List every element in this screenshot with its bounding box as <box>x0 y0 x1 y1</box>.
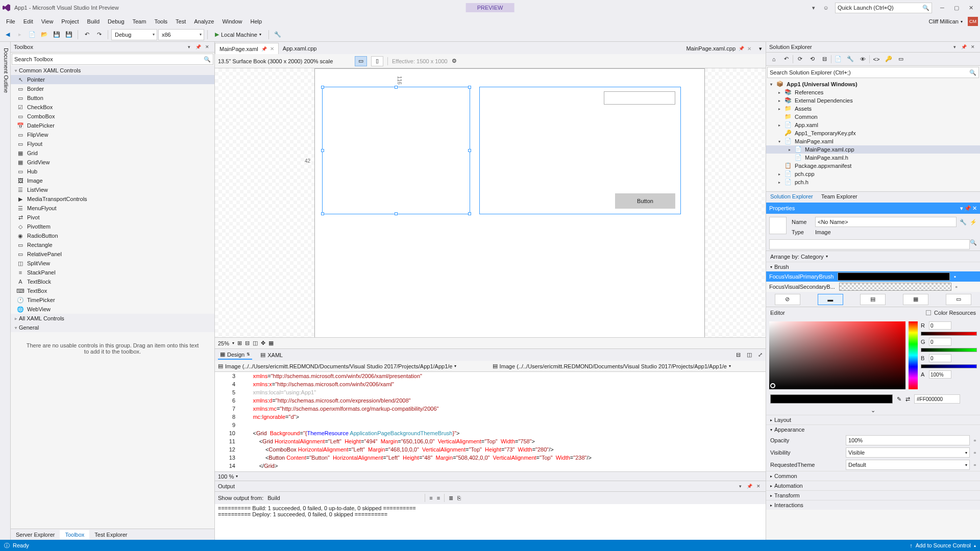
toolbox-item-relativepanel[interactable]: ▭RelativePanel <box>11 249 214 259</box>
settings-icon[interactable]: ⚙ <box>452 58 457 64</box>
toolbox-item-gridview[interactable]: ▦GridView <box>11 158 214 167</box>
output-toggle-icon[interactable]: ⎘ <box>457 495 461 501</box>
props-close-icon[interactable]: ✕ <box>972 205 977 212</box>
brush-tile-icon[interactable]: ▦ <box>903 294 928 305</box>
tree-project[interactable]: ▾📦App1 (Universal Windows) <box>766 80 980 88</box>
sln-sync-icon[interactable]: ⟳ <box>794 54 805 65</box>
g-input[interactable] <box>929 338 951 346</box>
toolbox-item-pointer[interactable]: ↖Pointer <box>11 75 214 84</box>
brush-expand-icon[interactable]: ⌄ <box>766 406 980 415</box>
name-input[interactable] <box>815 217 957 227</box>
toolbox-item-checkbox[interactable]: ☑CheckBox <box>11 103 214 112</box>
close-tab-icon[interactable]: ✕ <box>747 46 751 52</box>
tree-tempkey[interactable]: 🔑App1_TemporaryKey.pfx <box>766 129 980 137</box>
menu-tools[interactable]: Tools <box>150 17 172 26</box>
toolbox-group-all[interactable]: ▹All XAML Controls <box>11 314 214 323</box>
code-body[interactable]: xmlns="http://schemas.microsoft.com/winf… <box>240 372 766 471</box>
toolbox-group-common[interactable]: ▿Common XAML Controls <box>11 66 214 75</box>
tree-mainpage-xaml[interactable]: ▾📄MainPage.xaml <box>766 137 980 145</box>
toolbox-item-button[interactable]: ▭Button <box>11 93 214 103</box>
redo-button[interactable]: ↷ <box>93 29 105 40</box>
cat-interactions[interactable]: ▸Interactions <box>766 500 980 510</box>
toolbox-item-pivotitem[interactable]: ◇PivotItem <box>11 222 214 231</box>
landscape-button[interactable]: ▭ <box>355 56 367 66</box>
menu-edit[interactable]: Edit <box>19 17 37 26</box>
toolbox-item-pivot[interactable]: ⇄Pivot <box>11 213 214 222</box>
sln-collapse-icon[interactable]: ⊟ <box>819 54 830 65</box>
props-pin-icon[interactable]: 📌 <box>964 205 971 212</box>
r-bar[interactable] <box>921 332 977 336</box>
tree-app-xaml[interactable]: ▸📄App.xaml <box>766 121 980 129</box>
toolbox-item-webview[interactable]: 🌐WebView <box>11 305 214 314</box>
brush-none-icon[interactable]: ⊘ <box>775 294 800 305</box>
toolbox-item-hub[interactable]: ▭Hub <box>11 167 214 176</box>
toolbox-item-flyout[interactable]: ▭Flyout <box>11 139 214 148</box>
sln-showall-icon[interactable]: 📄 <box>832 54 844 65</box>
zoom-level[interactable]: 25% <box>218 340 229 346</box>
start-debug-button[interactable]: ▶Local Machine▾ <box>211 29 265 40</box>
expand-icon[interactable]: ⤢ <box>758 352 763 358</box>
toolbox-item-image[interactable]: 🖼Image <box>11 176 214 185</box>
output-clear-icon[interactable]: ≡ <box>429 495 432 501</box>
artboard[interactable]: 116 42 Button <box>314 68 705 337</box>
undo-button[interactable]: ↶ <box>81 29 92 40</box>
toolbox-item-textblock[interactable]: ATextBlock <box>11 277 214 286</box>
swap-icon[interactable]: ⇄ <box>905 396 910 403</box>
output-wrap-icon[interactable]: ≣ <box>449 495 453 502</box>
solution-search-input[interactable]: Search Solution Explorer (Ctrl+;)🔍 <box>767 67 979 78</box>
menu-help[interactable]: Help <box>247 17 266 26</box>
menu-build[interactable]: Build <box>83 17 104 26</box>
toolbox-item-menuflyout[interactable]: ☰MenuFlyout <box>11 204 214 213</box>
save-button[interactable]: 💾 <box>51 29 62 40</box>
tab-test-explorer[interactable]: Test Explorer <box>89 530 132 539</box>
opacity-input[interactable] <box>846 435 970 445</box>
sln-back-icon[interactable]: ↶ <box>780 54 792 65</box>
prop-marker-icon[interactable]: ▫ <box>974 449 976 456</box>
toolbox-item-timepicker[interactable]: 🕐TimePicker <box>11 295 214 305</box>
tree-assets[interactable]: ▸📁Assets <box>766 105 980 113</box>
source-control-button[interactable]: Add to Source Control <box>916 542 971 548</box>
cat-appearance[interactable]: ▾Appearance <box>766 424 980 434</box>
sln-preview-icon[interactable]: 👁 <box>857 54 868 65</box>
output-source-combo[interactable]: Build <box>267 495 421 501</box>
prop-marker-icon[interactable]: ▫ <box>974 437 976 443</box>
menu-view[interactable]: View <box>37 17 58 26</box>
r-input[interactable] <box>929 321 951 330</box>
sln-properties-icon[interactable]: 🔧 <box>845 54 856 65</box>
code-editor[interactable]: 3456789101112131415 xmlns="http://schema… <box>215 372 766 471</box>
brush-primary[interactable]: FocusVisualPrimaryBrush▪ <box>766 271 980 282</box>
sln-view-icon[interactable]: ▭ <box>895 54 906 65</box>
user-badge[interactable]: CM <box>968 17 978 26</box>
snapping-icon[interactable]: ✥ <box>261 340 265 346</box>
minimize-button[interactable]: ─ <box>935 3 949 13</box>
quick-launch-input[interactable]: Quick Launch (Ctrl+Q)🔍 <box>835 3 932 13</box>
menu-analyze[interactable]: Analyze <box>190 17 218 26</box>
close-button[interactable]: ✕ <box>964 3 978 13</box>
toolbox-item-radiobutton[interactable]: ◉RadioButton <box>11 231 214 240</box>
brush-resource-icon[interactable]: ▭ <box>946 294 971 305</box>
cat-automation[interactable]: ▸Automation <box>766 481 980 490</box>
tab-team-explorer[interactable]: Team Explorer <box>817 192 862 203</box>
a-input[interactable] <box>929 370 951 379</box>
tree-pch-cpp[interactable]: ▸📄pch.cpp <box>766 170 980 178</box>
theme-select[interactable]: Default▾ <box>846 460 970 470</box>
combobox-element[interactable] <box>604 91 675 105</box>
maximize-button[interactable]: ▢ <box>949 3 964 13</box>
toolbox-item-rectangle[interactable]: ▭Rectangle <box>11 240 214 249</box>
sln-close-icon[interactable]: ✕ <box>969 43 977 51</box>
breadcrumb-path-2[interactable]: Image (../../Users/ericmitt.REDMOND/Docu… <box>500 363 727 369</box>
output-goto-icon[interactable]: ≡ <box>437 495 440 501</box>
tree-mainpage-cpp[interactable]: ▸📄MainPage.xaml.cpp <box>766 145 980 154</box>
toolbox-dropdown-icon[interactable]: ▾ <box>185 43 193 51</box>
toolbox-item-flipview[interactable]: ▭FlipView <box>11 130 214 139</box>
events-icon[interactable]: ⚡ <box>970 219 977 226</box>
platform-combo[interactable]: x86 <box>158 29 204 40</box>
guides-icon[interactable]: ◫ <box>253 340 258 346</box>
toolbox-item-splitview[interactable]: ◫SplitView <box>11 259 214 268</box>
tree-external-deps[interactable]: ▸📚External Dependencies <box>766 96 980 105</box>
saturation-value-picker[interactable] <box>769 321 905 389</box>
split-vertical-icon[interactable]: ◫ <box>747 352 752 358</box>
tab-mainpage-xaml[interactable]: MainPage.xaml📌✕ <box>215 43 279 54</box>
toolbox-close-icon[interactable]: ✕ <box>203 43 211 51</box>
tree-common[interactable]: 📁Common <box>766 113 980 121</box>
